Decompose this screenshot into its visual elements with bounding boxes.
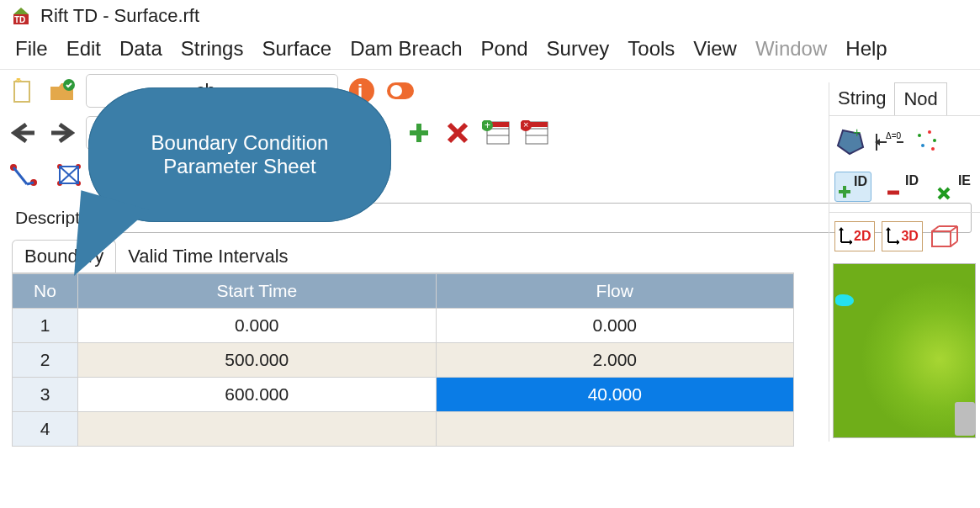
svg-point-65 bbox=[921, 144, 924, 147]
cell-flow[interactable] bbox=[436, 412, 794, 447]
cell-start-time[interactable] bbox=[78, 412, 437, 447]
menu-data[interactable]: Data bbox=[119, 37, 162, 61]
svg-text:TD: TD bbox=[14, 15, 25, 24]
svg-line-30 bbox=[13, 167, 27, 184]
view-axis-buttons: 2D 3D bbox=[829, 213, 980, 260]
add-table-icon[interactable]: + bbox=[481, 118, 511, 148]
table-row[interactable]: 4 bbox=[13, 412, 794, 447]
cell-flow[interactable]: 40.000 bbox=[436, 378, 794, 412]
svg-marker-75 bbox=[850, 240, 852, 245]
title-bar: TD Rift TD - Surface.rft bbox=[0, 0, 980, 32]
row-header[interactable]: 3 bbox=[13, 378, 78, 412]
svg-marker-77 bbox=[886, 227, 891, 230]
table-row[interactable]: 2 500.000 2.000 bbox=[13, 343, 794, 378]
menu-edit[interactable]: Edit bbox=[66, 37, 101, 61]
add-icon[interactable] bbox=[404, 118, 434, 148]
axis-3d-label: 3D bbox=[901, 229, 918, 244]
open-folder-icon[interactable] bbox=[47, 76, 77, 106]
row-header[interactable]: 4 bbox=[13, 412, 78, 447]
delete-icon[interactable] bbox=[442, 118, 473, 148]
add-id-button[interactable]: ID bbox=[834, 172, 871, 202]
table-row[interactable]: 3 600.000 40.000 bbox=[13, 378, 794, 412]
parameter-sheet: No Start Time Flow 1 0.000 0.000 2 500.0… bbox=[12, 273, 794, 447]
svg-text:Δ=0: Δ=0 bbox=[886, 131, 902, 140]
svg-marker-1 bbox=[13, 8, 29, 14]
right-tabs: String Nod bbox=[829, 82, 980, 116]
id-label: ID bbox=[854, 174, 867, 189]
callout-line2: Parameter Sheet bbox=[88, 155, 391, 178]
menu-surface[interactable]: Surface bbox=[262, 37, 331, 61]
svg-text:+: + bbox=[485, 120, 490, 131]
menu-bar: File Edit Data Strings Surface Dam Breac… bbox=[0, 32, 980, 69]
scrollbar-thumb[interactable] bbox=[955, 402, 975, 436]
svg-line-31 bbox=[27, 183, 34, 184]
svg-text:×: × bbox=[523, 120, 528, 130]
svg-marker-73 bbox=[839, 227, 844, 230]
col-header-start-time[interactable]: Start Time bbox=[78, 274, 437, 309]
svg-point-64 bbox=[933, 139, 936, 142]
cell-flow[interactable]: 0.000 bbox=[436, 309, 794, 343]
right-panel: String Nod + Δ=0 ID ID IE 2D 3D bbox=[829, 82, 980, 442]
remove-id-button[interactable]: ID bbox=[885, 172, 922, 202]
id-label: ID bbox=[905, 173, 919, 188]
toggle-pill-icon[interactable] bbox=[385, 76, 416, 106]
view-2d-button[interactable]: 2D bbox=[834, 221, 875, 251]
svg-point-63 bbox=[928, 130, 931, 134]
svg-text:+: + bbox=[853, 127, 861, 140]
add-polygon-icon[interactable]: + bbox=[834, 126, 865, 156]
table-row[interactable]: 1 0.000 0.000 bbox=[13, 309, 794, 343]
box-view-icon[interactable] bbox=[930, 221, 960, 251]
app-icon: TD bbox=[12, 6, 32, 26]
menu-strings[interactable]: Strings bbox=[181, 37, 244, 61]
menu-file[interactable]: File bbox=[15, 37, 48, 61]
row-header[interactable]: 1 bbox=[13, 309, 78, 343]
svg-marker-79 bbox=[897, 240, 899, 245]
window-title: Rift TD - Surface.rft bbox=[40, 5, 199, 27]
forward-arrow-icon[interactable] bbox=[47, 118, 77, 148]
svg-text:✶: ✶ bbox=[13, 78, 24, 86]
cell-start-time[interactable]: 0.000 bbox=[78, 309, 437, 343]
svg-point-66 bbox=[931, 147, 935, 151]
tab-valid-time-intervals[interactable]: Valid Time Intervals bbox=[116, 241, 299, 273]
view-3d-button[interactable]: 3D bbox=[882, 221, 922, 251]
svg-point-9 bbox=[390, 85, 402, 97]
right-id-row: ID ID IE bbox=[829, 167, 980, 213]
tab-string[interactable]: String bbox=[829, 82, 894, 115]
clear-id-button[interactable]: IE bbox=[935, 172, 972, 202]
cell-start-time[interactable]: 500.000 bbox=[78, 343, 437, 378]
menu-dam-breach[interactable]: Dam Breach bbox=[350, 37, 462, 61]
cell-start-time[interactable]: 600.000 bbox=[78, 378, 437, 412]
menu-survey[interactable]: Survey bbox=[547, 37, 610, 61]
menu-help[interactable]: Help bbox=[845, 37, 887, 61]
axis-2d-label: 2D bbox=[854, 229, 871, 244]
svg-line-85 bbox=[951, 241, 957, 246]
new-file-icon[interactable]: ✶ bbox=[8, 76, 39, 106]
mesh-icon[interactable] bbox=[54, 160, 84, 190]
callout-line1: Boundary Condition bbox=[88, 131, 391, 155]
menu-pond[interactable]: Pond bbox=[481, 37, 528, 61]
tab-node[interactable]: Nod bbox=[894, 82, 946, 115]
svg-point-62 bbox=[918, 134, 921, 137]
menu-window[interactable]: Window bbox=[755, 37, 827, 61]
right-tools: + Δ=0 bbox=[829, 116, 980, 167]
callout-bubble: Boundary Condition Parameter Sheet bbox=[88, 87, 391, 222]
scatter-icon[interactable] bbox=[912, 126, 942, 156]
menu-view[interactable]: View bbox=[693, 37, 737, 61]
svg-rect-80 bbox=[932, 231, 951, 246]
remove-table-icon[interactable]: × bbox=[520, 118, 550, 148]
back-arrow-icon[interactable] bbox=[8, 118, 39, 148]
string-icon[interactable] bbox=[8, 160, 39, 190]
col-header-flow[interactable]: Flow bbox=[436, 274, 794, 309]
menu-tools[interactable]: Tools bbox=[628, 37, 675, 61]
row-header[interactable]: 2 bbox=[13, 343, 78, 378]
cell-flow[interactable]: 2.000 bbox=[436, 343, 794, 378]
col-header-no[interactable]: No bbox=[13, 274, 78, 309]
delta-tool-icon[interactable]: Δ=0 bbox=[873, 126, 903, 156]
